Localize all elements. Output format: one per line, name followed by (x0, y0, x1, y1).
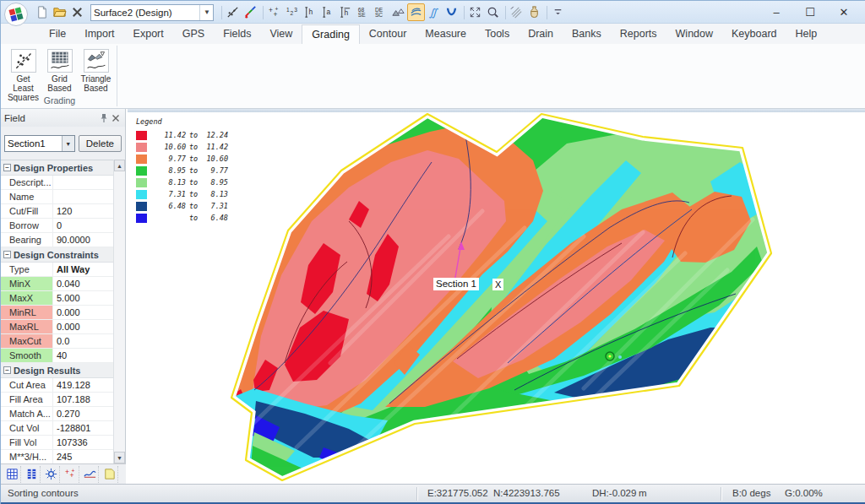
property-row: MinRL0.000 (1, 306, 125, 320)
collapse-icon[interactable]: − (3, 251, 11, 258)
property-label: Cut Area (1, 378, 53, 392)
contours-icon[interactable] (407, 3, 425, 21)
legend-text: 11.42 (201, 143, 228, 151)
grid-section-header[interactable]: −Design Results (1, 363, 125, 378)
points-red-icon[interactable]: +++ (62, 466, 79, 483)
annotate-depth-icon[interactable]: a (318, 3, 336, 21)
triangulation-icon[interactable] (389, 3, 407, 21)
menu-item-contour[interactable]: Contour (360, 24, 416, 44)
legend-swatch (136, 131, 147, 140)
collapse-icon[interactable]: − (3, 164, 11, 171)
legend-row: 9.77to10.60 (136, 153, 228, 165)
menu-item-tools[interactable]: Tools (476, 24, 519, 44)
hatch-icon[interactable] (508, 3, 525, 21)
grid-view-icon[interactable] (3, 466, 21, 483)
legend-row: 8.13to8.95 (136, 176, 228, 188)
panel-bottom-toolbar: +++ (1, 463, 126, 484)
section-label[interactable]: Section 1 (433, 278, 479, 290)
legend-text: 9.77 (201, 166, 228, 175)
property-label: M**3/H... (1, 450, 53, 463)
menu-item-drain[interactable]: Drain (519, 24, 563, 44)
menu-item-keyboard[interactable]: Keyboard (722, 24, 786, 44)
grid-scrollbar[interactable]: ▲ ▼ (113, 160, 125, 463)
menu-item-measure[interactable]: Measure (416, 24, 476, 44)
gear-icon[interactable] (42, 466, 60, 483)
close-button[interactable]: ✕ (827, 1, 861, 24)
menu-item-help[interactable]: Help (786, 24, 827, 44)
zoom-window-icon[interactable] (484, 3, 502, 21)
property-label: Cut Vol (1, 421, 53, 435)
svg-text:h: h (345, 8, 349, 17)
menu-item-window[interactable]: Window (666, 24, 722, 44)
grid-section-header[interactable]: −Design Constraints (1, 247, 125, 263)
property-label: MaxRL (1, 320, 53, 333)
legend-row: 7.31to8.13 (136, 188, 228, 200)
zoom-extents-icon[interactable] (466, 3, 484, 21)
add-points-icon[interactable]: +++ (265, 3, 283, 21)
overflow-icon[interactable] (549, 3, 567, 21)
desc-labels-icon[interactable]: DESC (372, 3, 389, 21)
annotate-level-icon[interactable]: h (336, 3, 354, 21)
menu-item-export[interactable]: Export (124, 24, 173, 44)
panel-close-icon[interactable] (110, 112, 122, 124)
property-row: Cut/Fill120 (1, 204, 125, 219)
canvas-top-strip (128, 109, 865, 112)
scroll-down-icon[interactable]: ▼ (114, 452, 125, 463)
section-selector[interactable]: Section1 ▼ (4, 135, 75, 152)
menu-item-grading[interactable]: Grading (302, 24, 359, 44)
annotate-height-icon[interactable]: h (301, 3, 318, 21)
new-file-icon[interactable] (33, 3, 51, 21)
menu-item-gps[interactable]: GPS (173, 24, 214, 44)
title-bar: Surface2 (Design) ▼ +++123hah68SEDESC∬ –… (1, 1, 865, 24)
legend-text: to (186, 131, 201, 139)
menu-item-import[interactable]: Import (75, 24, 123, 44)
legend-text: 8.95 (201, 178, 228, 187)
scroll-up-icon[interactable]: ▲ (114, 160, 125, 171)
property-label: MinX (1, 277, 53, 290)
property-row: Name (1, 190, 125, 204)
menu-item-view[interactable]: View (260, 24, 302, 44)
app-logo-icon[interactable] (3, 2, 29, 27)
open-folder-icon[interactable] (51, 3, 68, 21)
chevron-down-icon[interactable]: ▼ (199, 5, 210, 20)
draw-breakline-icon[interactable] (224, 3, 242, 21)
minimize-button[interactable]: – (759, 1, 793, 24)
legend-text: to (186, 166, 201, 175)
maximize-button[interactable]: ☐ (793, 1, 827, 24)
property-row: Fill Vol107336 (1, 436, 125, 450)
menu-item-file[interactable]: File (40, 24, 75, 44)
grid-section-title: Design Results (14, 366, 80, 376)
close-surface-icon[interactable] (68, 3, 86, 21)
profile-icon[interactable] (81, 466, 99, 483)
property-row: Borrow0 (1, 219, 125, 233)
drawing-canvas[interactable]: Legend 11.42to12.2410.60to11.429.77to10.… (128, 109, 865, 484)
number-points-icon[interactable]: 123 (283, 3, 301, 21)
delete-button[interactable]: Delete (79, 135, 122, 152)
urn-icon[interactable] (525, 3, 543, 21)
property-row: Match A...0.270 (1, 407, 125, 421)
pin-icon[interactable] (98, 112, 110, 124)
svg-text:1: 1 (286, 7, 290, 13)
svg-text:+: + (275, 6, 278, 12)
collapse-icon[interactable]: − (3, 366, 11, 374)
yellow-page-icon[interactable] (101, 466, 118, 483)
station-labels-icon[interactable]: 68SE (354, 3, 372, 21)
property-row: TypeAll Way (1, 263, 125, 277)
property-grid: −Design PropertiesDescript...NameCut/Fil… (1, 160, 125, 463)
svg-text:a: a (327, 8, 331, 16)
surface-selector[interactable]: Surface2 (Design) ▼ (90, 4, 214, 21)
color-breakline-icon[interactable] (242, 3, 259, 21)
status-northing: N:4223913.765 (493, 488, 560, 498)
section-label-close[interactable]: X (492, 279, 503, 290)
menu-item-banks[interactable]: Banks (563, 24, 611, 44)
menu-item-fields[interactable]: Fields (214, 24, 260, 44)
least-squares-icon (11, 49, 36, 73)
grid-section-header[interactable]: −Design Properties (1, 160, 125, 176)
grid-based-icon (47, 49, 73, 73)
sections-icon[interactable]: ∬ (425, 3, 443, 21)
grid-section-title: Design Constraints (14, 250, 99, 260)
channel-icon[interactable] (443, 3, 460, 21)
column-view-icon[interactable] (23, 466, 41, 483)
menu-item-reports[interactable]: Reports (611, 24, 666, 44)
property-row: Bearing90.0000 (1, 233, 125, 247)
